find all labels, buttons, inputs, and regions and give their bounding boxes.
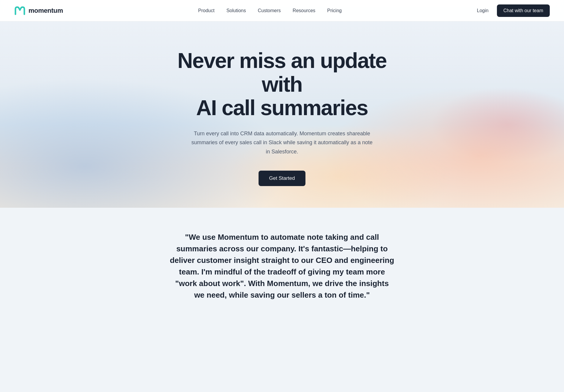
nav-link-product[interactable]: Product <box>198 8 215 13</box>
nav-links: Product Solutions Customers Resources Pr… <box>198 8 342 13</box>
logo-link[interactable]: momentum <box>14 6 63 15</box>
nav-link-solutions[interactable]: Solutions <box>226 8 246 13</box>
hero-content: Never miss an update with AI call summar… <box>148 25 416 204</box>
hero-subtitle: Turn every call into CRM data automatica… <box>190 129 374 156</box>
nav-link-resources[interactable]: Resources <box>293 8 315 13</box>
login-link[interactable]: Login <box>477 8 489 13</box>
logo-text: momentum <box>28 7 63 15</box>
hero-title-line2: AI call summaries <box>196 96 368 120</box>
testimonial-quote: "We use Momentum to automate note taking… <box>169 231 395 301</box>
logo-icon <box>14 6 26 15</box>
get-started-button[interactable]: Get Started <box>259 171 306 186</box>
navbar: momentum Product Solutions Customers Res… <box>0 0 564 21</box>
nav-link-pricing[interactable]: Pricing <box>327 8 342 13</box>
testimonial-section: "We use Momentum to automate note taking… <box>0 208 564 325</box>
hero-title-line1: Never miss an update with <box>178 49 386 96</box>
nav-link-customers[interactable]: Customers <box>258 8 281 13</box>
nav-right: Login Chat with our team <box>477 4 550 17</box>
chat-cta-button[interactable]: Chat with our team <box>497 4 550 17</box>
hero-section: Never miss an update with AI call summar… <box>0 0 564 208</box>
hero-title: Never miss an update with AI call summar… <box>160 49 404 120</box>
